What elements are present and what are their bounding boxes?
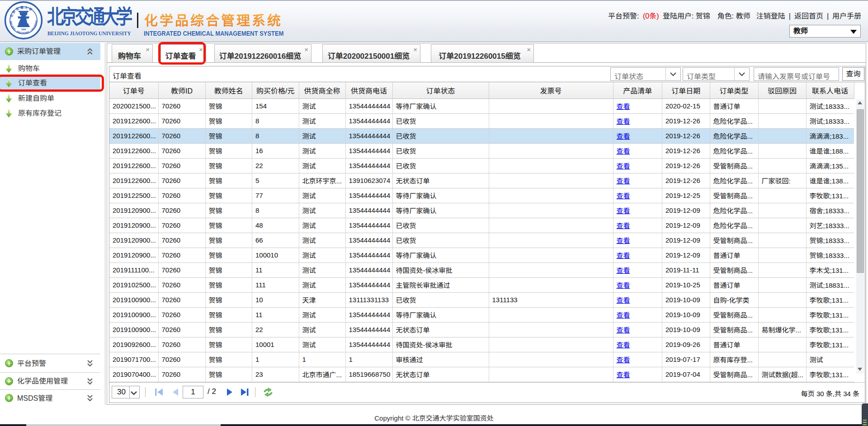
svg-text:1896: 1896 — [21, 28, 26, 31]
